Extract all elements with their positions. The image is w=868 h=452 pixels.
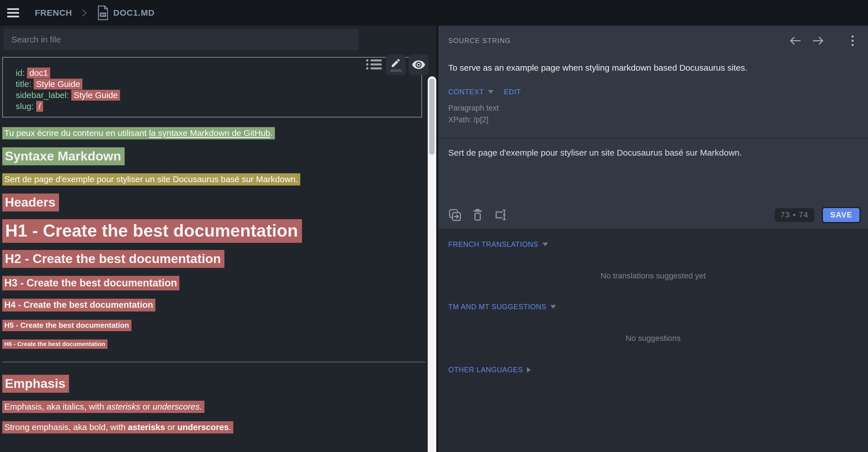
chevron-right-icon — [527, 367, 531, 373]
inline-text: H3 - Create the best documentation — [4, 277, 177, 289]
suggestions-empty-state: No suggestions — [438, 334, 868, 343]
frontmatter-value-string[interactable]: Style Guide — [71, 90, 120, 101]
inline-text: Emphasis, aka italics, with — [4, 402, 106, 411]
frontmatter-line: sidebar_label: Style Guide — [16, 90, 416, 101]
next-string-button[interactable] — [813, 36, 824, 45]
string-highlight[interactable]: H3 - Create the best documentation — [2, 276, 179, 290]
scrollbar-thumb[interactable] — [429, 78, 435, 155]
inline-emphasis: underscores — [153, 402, 199, 411]
document-string-p: Emphasis, aka italics, with asterisks or… — [2, 402, 205, 412]
document-string-p: Sert de page d'exemple pour styliser un … — [2, 174, 300, 184]
document-string-h3: H3 - Create the best documentation — [2, 277, 179, 289]
inline-text: . — [270, 128, 273, 138]
preview-mode-button[interactable] — [409, 55, 429, 75]
eye-icon — [411, 58, 426, 72]
inline-text: or — [140, 402, 153, 411]
string-highlight[interactable]: Tu peux écrire du contenu en utilisant l… — [2, 127, 275, 139]
string-highlight[interactable]: Syntaxe Markdown — [2, 147, 125, 165]
breadcrumb-project[interactable]: FRENCH — [35, 8, 72, 18]
inline-text: Tu peux écrire du contenu en utilisant — [4, 128, 149, 138]
inline-text: H4 - Create the best documentation — [4, 300, 153, 310]
string-highlight[interactable]: H2 - Create the best documentation — [2, 250, 224, 268]
pencil-underline — [390, 69, 402, 72]
string-highlight[interactable]: H1 - Create the best documentation — [2, 219, 302, 243]
frontmatter-line: slug: / — [16, 101, 416, 112]
inline-text: Syntaxe Markdown — [5, 149, 121, 163]
menu-icon[interactable] — [7, 8, 19, 18]
select-text-button[interactable] — [494, 208, 507, 221]
frontmatter-key: title: — [16, 79, 34, 89]
frontmatter-value-string[interactable]: Style Guide — [34, 79, 83, 90]
copy-source-icon — [448, 208, 461, 221]
string-highlight[interactable]: H6 - Create the best documentation — [2, 340, 107, 349]
frontmatter-box: id: doc1title: Style Guidesidebar_label:… — [2, 57, 422, 118]
editor-panel: SOURCE STRING To serve as an example pag… — [438, 26, 868, 452]
context-type: Paragraph text — [448, 102, 868, 114]
string-highlight[interactable]: Emphasis — [2, 375, 69, 393]
source-string-title: SOURCE STRING — [448, 37, 511, 45]
tm-mt-suggestions-header[interactable]: TM AND MT SUGGESTIONS — [438, 303, 868, 311]
string-highlight[interactable]: H4 - Create the best documentation — [2, 299, 155, 312]
chevron-down-icon — [542, 243, 548, 246]
inline-text: H2 - Create the best documentation — [5, 251, 221, 266]
context-details: Paragraph text XPath: /p[2] — [448, 102, 868, 126]
document-string-h2: Syntaxe Markdown — [2, 149, 125, 164]
previous-string-button[interactable] — [789, 36, 801, 45]
copy-source-button[interactable] — [448, 208, 461, 221]
frontmatter-value-string[interactable]: / — [36, 101, 43, 112]
french-translations-label: FRENCH TRANSLATIONS — [448, 240, 538, 249]
document-content-area: id: doc1title: Style Guidesidebar_label:… — [0, 54, 436, 432]
document-string-h1: H1 - Create the best documentation — [2, 221, 302, 240]
frontmatter-key: id: — [16, 68, 27, 77]
document-panel: id: doc1title: Style Guidesidebar_label:… — [0, 26, 436, 452]
inline-text: Sert de page d'exemple pour styliser un … — [4, 174, 298, 184]
markdown-file-icon: M — [97, 5, 108, 20]
translation-divider — [438, 138, 868, 138]
string-highlight[interactable]: Headers — [2, 194, 59, 212]
selected-string-highlight[interactable]: Sert de page d'exemple pour styliser un … — [2, 173, 300, 186]
document-scrollbar[interactable] — [428, 76, 436, 452]
breadcrumb-file: DOC1.MD — [113, 8, 155, 18]
search-input[interactable] — [3, 29, 359, 51]
string-highlight[interactable]: Emphasis, aka italics, with asterisks or… — [2, 401, 205, 413]
other-languages-label: OTHER LANGUAGES — [448, 366, 523, 374]
document-string-h2: Emphasis — [2, 376, 69, 391]
inline-emphasis: asterisks — [106, 402, 140, 411]
string-highlight[interactable]: H5 - Create the best documentation — [2, 320, 131, 331]
inline-strong: asterisks — [128, 422, 165, 432]
translations-empty-state: No translations suggested yet — [438, 271, 868, 281]
strings-list-icon[interactable] — [366, 58, 382, 70]
document-string-h2: Headers — [2, 195, 59, 210]
edit-context-button[interactable]: EDIT — [504, 88, 521, 96]
more-menu-button[interactable] — [851, 35, 854, 47]
document-string-h2: H2 - Create the best documentation — [2, 251, 224, 266]
document-string-h4: H4 - Create the best documentation — [2, 300, 155, 310]
french-translations-header[interactable]: FRENCH TRANSLATIONS — [438, 240, 868, 249]
edit-mode-button[interactable] — [386, 55, 406, 75]
character-count-badge: 73 • 74 — [774, 208, 815, 222]
string-highlight[interactable]: Strong emphasis, aka bold, with asterisk… — [2, 421, 233, 433]
chevron-down-icon — [550, 305, 556, 309]
suggestions-section: FRENCH TRANSLATIONS No translations sugg… — [438, 229, 868, 452]
inline-text: . — [199, 402, 202, 411]
translation-input[interactable]: Sert de page d'exemple pour styliser un … — [448, 147, 855, 158]
kebab-icon — [851, 35, 854, 47]
inline-text: Emphasis — [5, 376, 66, 391]
translation-toolbar: 73 • 74 SAVE — [448, 205, 861, 224]
inline-text: Headers — [5, 195, 56, 209]
trash-icon — [472, 208, 484, 221]
frontmatter-key: sidebar_label: — [16, 90, 71, 100]
document-string-p: Strong emphasis, aka bold, with asterisk… — [2, 422, 233, 432]
delete-translation-button[interactable] — [472, 208, 484, 221]
inline-text: Strong emphasis, aka bold, with — [4, 422, 128, 432]
inline-link: la syntaxe Markdown de GitHub — [149, 128, 270, 138]
context-toggle[interactable]: CONTEXT — [448, 88, 484, 96]
frontmatter-value-string[interactable]: doc1 — [27, 68, 50, 78]
document-string-h6: H6 - Create the best documentation — [2, 341, 107, 347]
breadcrumb-chevron-icon — [82, 9, 87, 17]
document-string-p: Tu peux écrire du contenu en utilisant l… — [2, 128, 275, 138]
horizontal-rule — [2, 362, 426, 362]
document-string-h5: H5 - Create the best documentation — [2, 321, 131, 330]
other-languages-header[interactable]: OTHER LANGUAGES — [438, 366, 868, 374]
save-button[interactable]: SAVE — [822, 207, 861, 223]
